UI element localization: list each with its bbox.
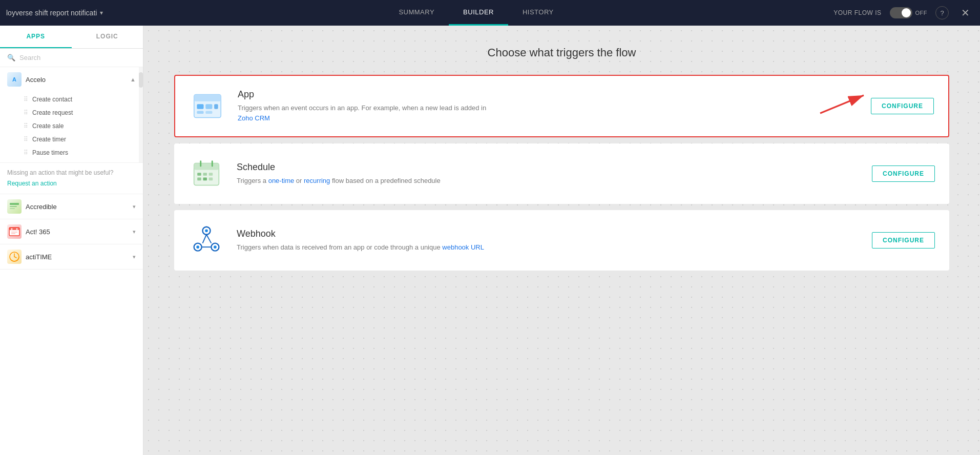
svg-point-38 — [196, 245, 199, 249]
svg-rect-14 — [194, 95, 221, 101]
accelo-group-name: Accelo — [26, 76, 126, 84]
actitime-group-name: actiTIME — [26, 253, 129, 261]
accredible-icon — [7, 199, 22, 214]
close-button[interactable]: ✕ — [957, 5, 974, 21]
svg-rect-4 — [9, 228, 19, 230]
toggle-label: OFF — [915, 10, 928, 16]
help-button[interactable]: ? — [935, 6, 949, 19]
item-label: Create timer — [32, 136, 66, 143]
actitime-icon — [7, 250, 22, 264]
configure-app-button[interactable]: CONFIGURE — [871, 98, 934, 114]
chevron-down-icon: ▾ — [133, 254, 136, 260]
missing-action-section: Missing an action that might be useful? … — [0, 163, 143, 194]
tab-history[interactable]: HISTORY — [508, 0, 568, 26]
svg-rect-29 — [203, 178, 207, 181]
list-item[interactable]: ⠿ Create contact — [24, 93, 143, 106]
list-item[interactable]: ⠿ Pause timers — [24, 146, 143, 159]
accelo-icon: A — [7, 72, 22, 87]
sidebar-group-accelo-header[interactable]: A Accelo ▲ — [0, 67, 143, 92]
svg-point-6 — [16, 229, 18, 230]
act365-icon — [7, 224, 22, 239]
nav-right: YOUR FLOW IS OFF ? ✕ — [833, 5, 974, 21]
drag-handle-icon: ⠿ — [24, 149, 28, 156]
drag-handle-icon: ⠿ — [24, 122, 28, 130]
chevron-down-icon: ▾ — [100, 9, 103, 16]
svg-rect-15 — [197, 104, 203, 109]
webhook-trigger-name: Webhook — [237, 229, 860, 239]
list-item[interactable]: ⠿ Create request — [24, 106, 143, 119]
app-trigger-icon — [190, 88, 225, 124]
sidebar-group-act365-header[interactable]: Act! 365 ▾ — [0, 219, 143, 244]
item-label: Create contact — [32, 96, 72, 103]
app-trigger-desc: Triggers when an event occurs in an app.… — [238, 103, 494, 123]
svg-rect-26 — [203, 173, 207, 176]
svg-rect-18 — [205, 111, 212, 114]
svg-rect-27 — [209, 173, 213, 176]
configure-webhook-button[interactable]: CONFIGURE — [872, 232, 935, 249]
svg-rect-1 — [10, 206, 17, 207]
item-label: Create request — [32, 109, 73, 116]
trigger-card-webhook: Webhook Triggers when data is received f… — [174, 210, 949, 271]
request-action-link[interactable]: Request an action — [7, 180, 57, 187]
list-item[interactable]: ⠿ Create sale — [24, 119, 143, 133]
webhook-trigger-desc: Triggers when data is received from an a… — [237, 242, 493, 253]
svg-line-35 — [206, 235, 211, 243]
flow-toggle[interactable]: OFF — [890, 7, 928, 18]
svg-line-12 — [14, 257, 16, 258]
list-item[interactable]: ⠿ Create timer — [24, 133, 143, 146]
schedule-trigger-info: Schedule Triggers a one-time or recurrin… — [237, 162, 860, 186]
chevron-down-icon: ▾ — [133, 229, 136, 235]
tab-summary[interactable]: SUMMARY — [384, 0, 449, 26]
tab-builder[interactable]: BUILDER — [449, 0, 508, 26]
sidebar-tab-logic[interactable]: LOGIC — [72, 26, 143, 48]
item-label: Create sale — [32, 122, 64, 130]
accredible-group-name: Accredible — [26, 203, 129, 211]
svg-rect-22 — [194, 163, 219, 170]
svg-point-39 — [214, 245, 217, 249]
webhook-trigger-icon — [189, 222, 224, 258]
svg-rect-25 — [197, 173, 201, 176]
main-layout: APPS LOGIC 🔍 A Accelo ▲ ⠿ Create contact — [0, 26, 980, 455]
webhook-trigger-info: Webhook Triggers when data is received f… — [237, 229, 860, 253]
toggle-track[interactable] — [890, 7, 912, 18]
sidebar-group-accredible-header[interactable]: Accredible ▾ — [0, 194, 143, 219]
trigger-card-schedule: Schedule Triggers a one-time or recurrin… — [174, 143, 949, 204]
search-icon: 🔍 — [7, 54, 15, 61]
sidebar-search-container: 🔍 — [0, 49, 143, 67]
svg-rect-30 — [209, 178, 213, 181]
sidebar-group-accelo: A Accelo ▲ ⠿ Create contact ⠿ Create req… — [0, 67, 143, 163]
configure-schedule-button[interactable]: CONFIGURE — [872, 166, 935, 182]
svg-rect-28 — [197, 178, 201, 181]
svg-point-5 — [11, 229, 13, 230]
sidebar-group-accredible: Accredible ▾ — [0, 194, 143, 219]
content-inner: Choose what triggers the flow App — [143, 26, 980, 455]
flow-title-text: loyverse shift report notificati — [6, 9, 97, 17]
flow-title[interactable]: loyverse shift report notificati ▾ — [6, 9, 119, 17]
app-trigger-info: App Triggers when an event occurs in an … — [238, 89, 859, 123]
drag-handle-icon: ⠿ — [24, 96, 28, 103]
svg-line-34 — [203, 235, 207, 243]
svg-rect-2 — [10, 208, 15, 209]
schedule-trigger-name: Schedule — [237, 162, 860, 173]
svg-rect-17 — [197, 111, 203, 114]
sidebar-group-actitime-header[interactable]: actiTIME ▾ — [0, 244, 143, 269]
app-trigger-name: App — [238, 89, 859, 100]
sidebar-group-actitime: actiTIME ▾ — [0, 244, 143, 270]
page-title: Choose what triggers the flow — [174, 46, 949, 59]
svg-point-37 — [205, 229, 208, 232]
nav-tabs: SUMMARY BUILDER HISTORY — [119, 0, 833, 26]
sidebar: APPS LOGIC 🔍 A Accelo ▲ ⠿ Create contact — [0, 26, 143, 455]
svg-rect-0 — [10, 203, 19, 205]
sidebar-tab-apps[interactable]: APPS — [0, 26, 72, 48]
svg-rect-16 — [205, 104, 212, 109]
accelo-group-items: ⠿ Create contact ⠿ Create request ⠿ Crea… — [0, 92, 143, 162]
flow-status-label: YOUR FLOW IS — [833, 9, 881, 16]
sidebar-group-act365: Act! 365 ▾ — [0, 219, 143, 244]
chevron-down-icon: ▾ — [133, 203, 136, 210]
toggle-knob — [902, 8, 911, 17]
missing-action-text: Missing an action that might be useful? — [7, 169, 136, 176]
trigger-card-app: App Triggers when an event occurs in an … — [174, 75, 949, 137]
schedule-trigger-icon — [189, 156, 224, 192]
sidebar-content: A Accelo ▲ ⠿ Create contact ⠿ Create req… — [0, 67, 143, 455]
search-input[interactable] — [19, 54, 136, 61]
